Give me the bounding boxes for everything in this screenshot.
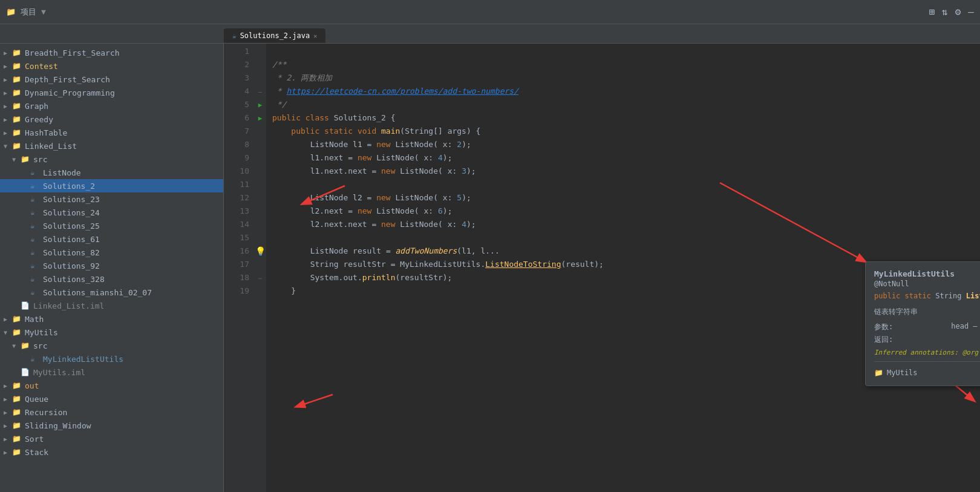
arrow-icon: ▶ bbox=[4, 436, 12, 442]
sidebar-item-stack[interactable]: ▶ 📁 Stack bbox=[0, 445, 223, 459]
split-icon[interactable]: ⇅ bbox=[942, 6, 948, 18]
lightbulb-icon[interactable]: 💡 bbox=[255, 246, 266, 256]
java-icon: ☕ bbox=[30, 168, 41, 177]
folder-icon: 📁 bbox=[12, 62, 23, 70]
sidebar-item-solutions82[interactable]: ☕ Solutions_82 bbox=[0, 246, 223, 259]
folder-icon: 📁 bbox=[12, 48, 23, 57]
sidebar-item-solutions-mianshi[interactable]: ☕ Solutions_mianshi_02_07 bbox=[0, 286, 223, 299]
folder-icon: 📁 bbox=[12, 448, 23, 456]
folder-icon: 📁 bbox=[12, 435, 23, 443]
folder-icon: 📁 bbox=[12, 142, 23, 150]
gear-icon[interactable]: ⚙ bbox=[955, 6, 961, 18]
sidebar-item-greedy[interactable]: ▶ 📁 Greedy bbox=[0, 113, 223, 126]
sidebar-item-queue[interactable]: ▶ 📁 Queue bbox=[0, 392, 223, 405]
sidebar-item-myutils[interactable]: ▼ 📁 MyUtils bbox=[0, 326, 223, 339]
tooltip-annotation: @NotNull bbox=[874, 280, 980, 288]
folder-icon: 📁 bbox=[12, 421, 23, 430]
toolbar-icons: ⊞ ⇅ ⚙ — bbox=[929, 6, 974, 18]
java-icon: ☕ bbox=[30, 182, 41, 190]
java-icon: ☕ bbox=[30, 288, 41, 297]
sidebar-item-sliding-window[interactable]: ▶ 📁 Sliding_Window bbox=[0, 419, 223, 432]
gutter: – ▶ ▶ 💡 – bbox=[254, 44, 266, 492]
sidebar-item-solutions23[interactable]: ☕ Solutions_23 bbox=[0, 192, 223, 206]
arrow-icon: ▶ bbox=[4, 90, 12, 96]
arrow-icon: ▶ bbox=[4, 103, 12, 110]
minus-icon[interactable]: — bbox=[968, 6, 974, 18]
run-button-5[interactable]: ▶ bbox=[258, 101, 263, 109]
folder-icon: 📁 bbox=[12, 128, 23, 137]
sidebar-item-recursion[interactable]: ▶ 📁 Recursion bbox=[0, 405, 223, 419]
arrow-icon: ▶ bbox=[4, 63, 12, 70]
sidebar-item-out[interactable]: ▶ 📁 out bbox=[0, 379, 223, 392]
java-icon: ☕ bbox=[30, 208, 41, 217]
sidebar-item-contest[interactable]: ▶ 📁 Contest bbox=[0, 59, 223, 73]
tab-bar: ☕ Solutions_2.java ✕ bbox=[0, 24, 980, 44]
arrow-icon: ▶ bbox=[4, 449, 12, 456]
arrow-icon: ▶ bbox=[4, 409, 12, 416]
sidebar-item-solutions25[interactable]: ☕ Solutions_25 bbox=[0, 219, 223, 232]
sidebar-item-solutions61[interactable]: ☕ Solutions_61 bbox=[0, 232, 223, 246]
project-label[interactable]: 📁 项目 ▼ bbox=[6, 7, 46, 18]
folder-icon: 📁 bbox=[12, 75, 23, 84]
sidebar-item-math[interactable]: ▶ 📁 Math bbox=[0, 312, 223, 326]
sidebar-item-listnode[interactable]: ☕ ListNode bbox=[0, 166, 223, 179]
sidebar-item-graph[interactable]: ▶ 📁 Graph bbox=[0, 99, 223, 113]
run-button-6[interactable]: ▶ bbox=[258, 114, 263, 122]
tab-close-button[interactable]: ✕ bbox=[313, 33, 317, 39]
tooltip-inferred: Inferred annotations: @org.jetbrains.ann… bbox=[874, 349, 980, 356]
folder-icon: 📁 bbox=[12, 395, 23, 403]
src-folder-icon: 📁 bbox=[21, 155, 31, 163]
sidebar-item-dynamic-programming[interactable]: ▶ 📁 Dynamic_Programming bbox=[0, 86, 223, 99]
arrow-icon: ▶ bbox=[4, 76, 12, 83]
sidebar-item-mylinkedlistutils[interactable]: ☕ MyLinkedListUtils bbox=[0, 352, 223, 366]
src-folder-icon: 📁 bbox=[21, 341, 31, 350]
folder-icon: 📁 bbox=[12, 381, 23, 390]
java-icon: ☕ bbox=[30, 248, 41, 257]
folder-icon: 📁 bbox=[12, 408, 23, 416]
arrow-icon: ▶ bbox=[4, 382, 12, 389]
java-icon: ☕ bbox=[30, 221, 41, 230]
tooltip-return: 返回: bbox=[874, 335, 980, 345]
java-icon: ☕ bbox=[30, 195, 41, 203]
sidebar-item-src2[interactable]: ▼ 📁 src bbox=[0, 339, 223, 352]
arrow-icon: ▶ bbox=[4, 130, 12, 136]
sidebar-item-linked-list-iml[interactable]: 📄 Linked_List.iml bbox=[0, 299, 223, 312]
line-numbers: 12345 678910 1112131415 16171819 bbox=[224, 44, 254, 492]
sidebar-item-solutions92[interactable]: ☕ Solutions_92 bbox=[0, 259, 223, 272]
project-dropdown-icon[interactable]: ▼ bbox=[41, 7, 46, 16]
arrow-icon: ▼ bbox=[4, 143, 12, 149]
tooltip-params: 参数: head – bbox=[874, 322, 980, 332]
arrow-icon: ▶ bbox=[4, 316, 12, 323]
tooltip-footer: 📁 MyUtils ⋮ bbox=[874, 361, 980, 378]
tooltip-class-name: MyLinkedListUtils bbox=[874, 269, 980, 278]
tooltip-description: 链表转字符串 bbox=[874, 307, 980, 317]
title-bar: 📁 项目 ▼ ⊞ ⇅ ⚙ — bbox=[0, 0, 980, 24]
java-icon: ☕ bbox=[30, 275, 41, 283]
fold-icon[interactable]: – bbox=[258, 88, 262, 95]
sidebar-item-sort[interactable]: ▶ 📁 Sort bbox=[0, 432, 223, 445]
folder-icon: 📁 bbox=[12, 115, 23, 123]
editor-area: 12345 678910 1112131415 16171819 – ▶ ▶ bbox=[224, 44, 980, 492]
arrow-icon: ▶ bbox=[4, 422, 12, 429]
sidebar-item-hashtable[interactable]: ▶ 📁 HashTable bbox=[0, 126, 223, 139]
arrow-icon: ▼ bbox=[12, 156, 21, 163]
folder-icon: 📁 bbox=[12, 328, 23, 336]
sidebar-item-solutions24[interactable]: ☕ Solutions_24 bbox=[0, 206, 223, 219]
java-icon: ☕ bbox=[30, 355, 41, 363]
grid-icon[interactable]: ⊞ bbox=[929, 6, 935, 18]
java-icon: ☕ bbox=[30, 261, 41, 270]
documentation-tooltip: MyLinkedListUtils @NotNull public static… bbox=[865, 261, 980, 386]
fold-icon[interactable]: – bbox=[258, 275, 262, 281]
sidebar-item-solutions2[interactable]: ☕ Solutions_2 bbox=[0, 179, 223, 192]
java-file-icon: ☕ bbox=[232, 32, 237, 40]
sidebar-item-solutions328[interactable]: ☕ Solutions_328 bbox=[0, 272, 223, 286]
sidebar-item-myutils-iml[interactable]: 📄 MyUtils.iml bbox=[0, 366, 223, 379]
sidebar-item-breadth-first-search[interactable]: ▶ 📁 Breadth_First_Search bbox=[0, 46, 223, 59]
java-icon: ☕ bbox=[30, 235, 41, 243]
arrow-icon: ▶ bbox=[4, 116, 12, 123]
tab-solutions2[interactable]: ☕ Solutions_2.java ✕ bbox=[224, 28, 325, 43]
iml-icon: 📄 bbox=[21, 368, 31, 376]
sidebar-item-linked-list[interactable]: ▼ 📁 Linked_List bbox=[0, 139, 223, 153]
sidebar-item-src[interactable]: ▼ 📁 src bbox=[0, 153, 223, 166]
sidebar-item-depth-first-search[interactable]: ▶ 📁 Depth_First_Search bbox=[0, 73, 223, 86]
